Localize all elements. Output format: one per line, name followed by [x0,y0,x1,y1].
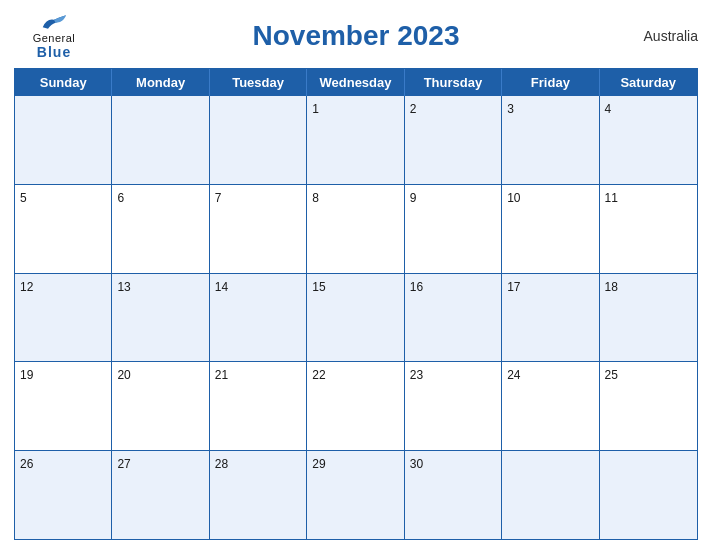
day-cell-1-6: 11 [600,185,697,273]
day-number-29: 29 [312,457,325,471]
logo: General Blue [14,12,94,60]
day-cell-0-1 [112,96,209,184]
day-cell-4-0: 26 [15,451,112,539]
day-cell-1-5: 10 [502,185,599,273]
day-number-22: 22 [312,368,325,382]
logo-blue-text: Blue [37,44,71,60]
day-cell-3-0: 19 [15,362,112,450]
day-number-5: 5 [20,191,27,205]
calendar-page: General Blue November 2023 Australia Sun… [0,0,712,550]
day-cell-3-3: 22 [307,362,404,450]
day-number-16: 16 [410,280,423,294]
day-cell-0-4: 2 [405,96,502,184]
day-number-7: 7 [215,191,222,205]
day-cell-4-1: 27 [112,451,209,539]
page-header: General Blue November 2023 Australia [14,10,698,62]
day-number-13: 13 [117,280,130,294]
day-cell-1-3: 8 [307,185,404,273]
day-cell-2-2: 14 [210,274,307,362]
day-cell-2-3: 15 [307,274,404,362]
country-label: Australia [618,28,698,44]
day-cell-4-2: 28 [210,451,307,539]
day-cell-4-5 [502,451,599,539]
day-cell-2-6: 18 [600,274,697,362]
week-row-4: 19202122232425 [15,362,697,451]
day-number-10: 10 [507,191,520,205]
day-number-25: 25 [605,368,618,382]
day-cell-0-0 [15,96,112,184]
week-row-3: 12131415161718 [15,274,697,363]
day-number-14: 14 [215,280,228,294]
day-number-4: 4 [605,102,612,116]
calendar-body: 1234567891011121314151617181920212223242… [15,96,697,539]
header-monday: Monday [112,69,209,96]
logo-bird-icon [39,12,69,32]
day-number-11: 11 [605,191,618,205]
day-number-9: 9 [410,191,417,205]
day-cell-0-5: 3 [502,96,599,184]
day-number-18: 18 [605,280,618,294]
day-cell-0-3: 1 [307,96,404,184]
week-row-5: 2627282930 [15,451,697,539]
week-row-2: 567891011 [15,185,697,274]
day-number-24: 24 [507,368,520,382]
day-number-15: 15 [312,280,325,294]
day-cell-4-3: 29 [307,451,404,539]
logo-general-text: General [33,32,76,44]
day-cell-3-1: 20 [112,362,209,450]
header-friday: Friday [502,69,599,96]
day-number-23: 23 [410,368,423,382]
day-number-28: 28 [215,457,228,471]
day-cell-1-0: 5 [15,185,112,273]
day-cell-0-6: 4 [600,96,697,184]
day-cell-4-4: 30 [405,451,502,539]
day-cell-2-1: 13 [112,274,209,362]
day-cell-0-2 [210,96,307,184]
day-cell-1-1: 6 [112,185,209,273]
week-row-1: 1234 [15,96,697,185]
day-number-30: 30 [410,457,423,471]
day-cell-3-6: 25 [600,362,697,450]
day-number-26: 26 [20,457,33,471]
day-cell-3-2: 21 [210,362,307,450]
day-cell-3-5: 24 [502,362,599,450]
header-thursday: Thursday [405,69,502,96]
day-number-17: 17 [507,280,520,294]
calendar-grid: Sunday Monday Tuesday Wednesday Thursday… [14,68,698,540]
day-cell-1-2: 7 [210,185,307,273]
day-number-19: 19 [20,368,33,382]
calendar-title: November 2023 [94,20,618,52]
day-cell-4-6 [600,451,697,539]
header-tuesday: Tuesday [210,69,307,96]
day-number-27: 27 [117,457,130,471]
day-cell-2-5: 17 [502,274,599,362]
day-cell-2-4: 16 [405,274,502,362]
day-number-6: 6 [117,191,124,205]
day-number-21: 21 [215,368,228,382]
day-number-8: 8 [312,191,319,205]
calendar-day-headers: Sunday Monday Tuesday Wednesday Thursday… [15,69,697,96]
day-number-20: 20 [117,368,130,382]
day-number-2: 2 [410,102,417,116]
day-number-1: 1 [312,102,319,116]
day-cell-2-0: 12 [15,274,112,362]
day-cell-3-4: 23 [405,362,502,450]
header-sunday: Sunday [15,69,112,96]
day-number-12: 12 [20,280,33,294]
header-saturday: Saturday [600,69,697,96]
header-wednesday: Wednesday [307,69,404,96]
day-cell-1-4: 9 [405,185,502,273]
day-number-3: 3 [507,102,514,116]
